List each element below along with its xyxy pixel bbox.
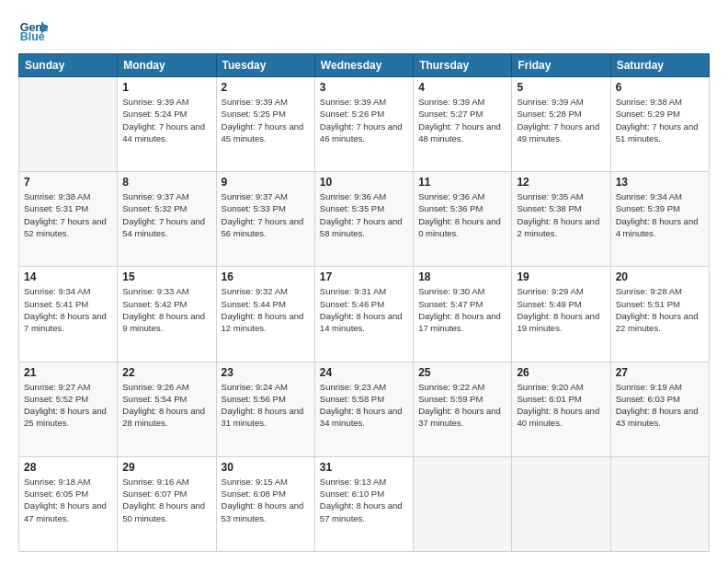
day-info: Sunrise: 9:27 AMSunset: 5:52 PMDaylight:… bbox=[24, 381, 112, 430]
day-number: 2 bbox=[222, 81, 310, 94]
day-cell bbox=[610, 456, 709, 551]
day-number: 12 bbox=[517, 176, 605, 189]
day-cell: 10Sunrise: 9:36 AMSunset: 5:35 PMDayligh… bbox=[314, 172, 413, 267]
day-cell: 16Sunrise: 9:32 AMSunset: 5:44 PMDayligh… bbox=[216, 267, 314, 362]
col-header-sunday: Sunday bbox=[19, 54, 118, 77]
day-cell: 30Sunrise: 9:15 AMSunset: 6:08 PMDayligh… bbox=[216, 456, 314, 551]
col-header-wednesday: Wednesday bbox=[314, 54, 413, 77]
day-info: Sunrise: 9:39 AMSunset: 5:25 PMDaylight:… bbox=[222, 96, 310, 144]
day-info: Sunrise: 9:22 AMSunset: 5:59 PMDaylight:… bbox=[418, 381, 506, 430]
day-info: Sunrise: 9:38 AMSunset: 5:31 PMDaylight:… bbox=[24, 190, 112, 239]
day-cell: 19Sunrise: 9:29 AMSunset: 5:49 PMDayligh… bbox=[512, 267, 610, 362]
day-number: 1 bbox=[122, 81, 210, 94]
day-number: 7 bbox=[24, 176, 112, 189]
day-info: Sunrise: 9:31 AMSunset: 5:46 PMDaylight:… bbox=[320, 285, 408, 334]
day-number: 30 bbox=[222, 461, 310, 474]
day-info: Sunrise: 9:13 AMSunset: 6:10 PMDaylight:… bbox=[320, 476, 408, 524]
day-number: 31 bbox=[320, 461, 408, 474]
col-header-monday: Monday bbox=[118, 54, 216, 77]
day-cell: 9Sunrise: 9:37 AMSunset: 5:33 PMDaylight… bbox=[216, 172, 314, 267]
day-number: 5 bbox=[517, 81, 605, 94]
day-cell: 22Sunrise: 9:26 AMSunset: 5:54 PMDayligh… bbox=[118, 362, 216, 456]
day-info: Sunrise: 9:38 AMSunset: 5:29 PMDaylight:… bbox=[616, 96, 704, 144]
day-cell bbox=[414, 456, 512, 551]
day-cell: 29Sunrise: 9:16 AMSunset: 6:07 PMDayligh… bbox=[118, 456, 216, 551]
day-cell: 2Sunrise: 9:39 AMSunset: 5:25 PMDaylight… bbox=[216, 77, 314, 172]
day-cell: 12Sunrise: 9:35 AMSunset: 5:38 PMDayligh… bbox=[512, 172, 610, 267]
day-info: Sunrise: 9:34 AMSunset: 5:39 PMDaylight:… bbox=[616, 190, 704, 239]
day-cell: 24Sunrise: 9:23 AMSunset: 5:58 PMDayligh… bbox=[314, 362, 413, 456]
day-number: 23 bbox=[222, 366, 310, 379]
day-info: Sunrise: 9:39 AMSunset: 5:24 PMDaylight:… bbox=[122, 96, 210, 144]
day-info: Sunrise: 9:15 AMSunset: 6:08 PMDaylight:… bbox=[222, 476, 310, 524]
day-info: Sunrise: 9:34 AMSunset: 5:41 PMDaylight:… bbox=[24, 285, 112, 334]
day-cell: 26Sunrise: 9:20 AMSunset: 6:01 PMDayligh… bbox=[512, 362, 610, 456]
day-number: 4 bbox=[418, 81, 506, 94]
day-info: Sunrise: 9:36 AMSunset: 5:35 PMDaylight:… bbox=[320, 190, 408, 239]
day-cell: 14Sunrise: 9:34 AMSunset: 5:41 PMDayligh… bbox=[19, 267, 118, 362]
day-number: 11 bbox=[418, 176, 506, 189]
day-cell: 18Sunrise: 9:30 AMSunset: 5:47 PMDayligh… bbox=[414, 267, 512, 362]
day-cell: 25Sunrise: 9:22 AMSunset: 5:59 PMDayligh… bbox=[414, 362, 512, 456]
day-info: Sunrise: 9:16 AMSunset: 6:07 PMDaylight:… bbox=[122, 476, 210, 524]
week-row-3: 14Sunrise: 9:34 AMSunset: 5:41 PMDayligh… bbox=[19, 267, 710, 362]
day-cell: 21Sunrise: 9:27 AMSunset: 5:52 PMDayligh… bbox=[19, 362, 118, 456]
day-cell: 17Sunrise: 9:31 AMSunset: 5:46 PMDayligh… bbox=[314, 267, 413, 362]
day-number: 20 bbox=[616, 270, 704, 283]
week-row-1: 1Sunrise: 9:39 AMSunset: 5:24 PMDaylight… bbox=[19, 77, 710, 172]
calendar-page: General Blue SundayMondayTuesdayWednesda… bbox=[0, 0, 728, 563]
day-number: 6 bbox=[616, 81, 704, 94]
day-info: Sunrise: 9:23 AMSunset: 5:58 PMDaylight:… bbox=[320, 381, 408, 430]
header-row: SundayMondayTuesdayWednesdayThursdayFrid… bbox=[19, 54, 710, 77]
col-header-saturday: Saturday bbox=[610, 54, 709, 77]
day-info: Sunrise: 9:39 AMSunset: 5:28 PMDaylight:… bbox=[517, 96, 605, 144]
day-number: 29 bbox=[122, 461, 210, 474]
day-number: 26 bbox=[517, 366, 605, 379]
day-cell bbox=[19, 77, 118, 172]
day-number: 3 bbox=[320, 81, 408, 94]
logo-icon: General Blue bbox=[18, 15, 48, 44]
header: General Blue bbox=[18, 15, 710, 44]
day-cell: 31Sunrise: 9:13 AMSunset: 6:10 PMDayligh… bbox=[314, 456, 413, 551]
svg-text:Blue: Blue bbox=[20, 30, 45, 43]
day-cell: 5Sunrise: 9:39 AMSunset: 5:28 PMDaylight… bbox=[512, 77, 610, 172]
col-header-thursday: Thursday bbox=[414, 54, 512, 77]
day-cell: 7Sunrise: 9:38 AMSunset: 5:31 PMDaylight… bbox=[19, 172, 118, 267]
day-cell: 13Sunrise: 9:34 AMSunset: 5:39 PMDayligh… bbox=[610, 172, 709, 267]
day-info: Sunrise: 9:39 AMSunset: 5:26 PMDaylight:… bbox=[320, 96, 408, 144]
day-number: 9 bbox=[222, 176, 310, 189]
day-cell: 27Sunrise: 9:19 AMSunset: 6:03 PMDayligh… bbox=[610, 362, 709, 456]
calendar-table: SundayMondayTuesdayWednesdayThursdayFrid… bbox=[18, 53, 710, 552]
day-info: Sunrise: 9:33 AMSunset: 5:42 PMDaylight:… bbox=[122, 285, 210, 334]
week-row-5: 28Sunrise: 9:18 AMSunset: 6:05 PMDayligh… bbox=[19, 456, 710, 551]
day-info: Sunrise: 9:26 AMSunset: 5:54 PMDaylight:… bbox=[122, 381, 210, 430]
day-info: Sunrise: 9:30 AMSunset: 5:47 PMDaylight:… bbox=[418, 285, 506, 334]
day-info: Sunrise: 9:19 AMSunset: 6:03 PMDaylight:… bbox=[616, 381, 704, 430]
week-row-4: 21Sunrise: 9:27 AMSunset: 5:52 PMDayligh… bbox=[19, 362, 710, 456]
day-number: 28 bbox=[24, 461, 112, 474]
day-number: 19 bbox=[517, 270, 605, 283]
day-info: Sunrise: 9:24 AMSunset: 5:56 PMDaylight:… bbox=[222, 381, 310, 430]
day-number: 22 bbox=[122, 366, 210, 379]
day-cell: 3Sunrise: 9:39 AMSunset: 5:26 PMDaylight… bbox=[314, 77, 413, 172]
logo: General Blue bbox=[18, 15, 48, 44]
col-header-friday: Friday bbox=[512, 54, 610, 77]
day-number: 27 bbox=[616, 366, 704, 379]
day-info: Sunrise: 9:35 AMSunset: 5:38 PMDaylight:… bbox=[517, 190, 605, 239]
day-cell: 20Sunrise: 9:28 AMSunset: 5:51 PMDayligh… bbox=[610, 267, 709, 362]
day-number: 16 bbox=[222, 270, 310, 283]
day-number: 15 bbox=[122, 270, 210, 283]
day-info: Sunrise: 9:29 AMSunset: 5:49 PMDaylight:… bbox=[517, 285, 605, 334]
day-number: 14 bbox=[24, 270, 112, 283]
day-number: 21 bbox=[24, 366, 112, 379]
day-cell: 1Sunrise: 9:39 AMSunset: 5:24 PMDaylight… bbox=[118, 77, 216, 172]
day-info: Sunrise: 9:37 AMSunset: 5:32 PMDaylight:… bbox=[122, 190, 210, 239]
day-cell bbox=[512, 456, 610, 551]
day-cell: 11Sunrise: 9:36 AMSunset: 5:36 PMDayligh… bbox=[414, 172, 512, 267]
day-cell: 28Sunrise: 9:18 AMSunset: 6:05 PMDayligh… bbox=[19, 456, 118, 551]
day-cell: 6Sunrise: 9:38 AMSunset: 5:29 PMDaylight… bbox=[610, 77, 709, 172]
day-number: 18 bbox=[418, 270, 506, 283]
day-cell: 15Sunrise: 9:33 AMSunset: 5:42 PMDayligh… bbox=[118, 267, 216, 362]
day-cell: 23Sunrise: 9:24 AMSunset: 5:56 PMDayligh… bbox=[216, 362, 314, 456]
day-info: Sunrise: 9:39 AMSunset: 5:27 PMDaylight:… bbox=[418, 96, 506, 144]
